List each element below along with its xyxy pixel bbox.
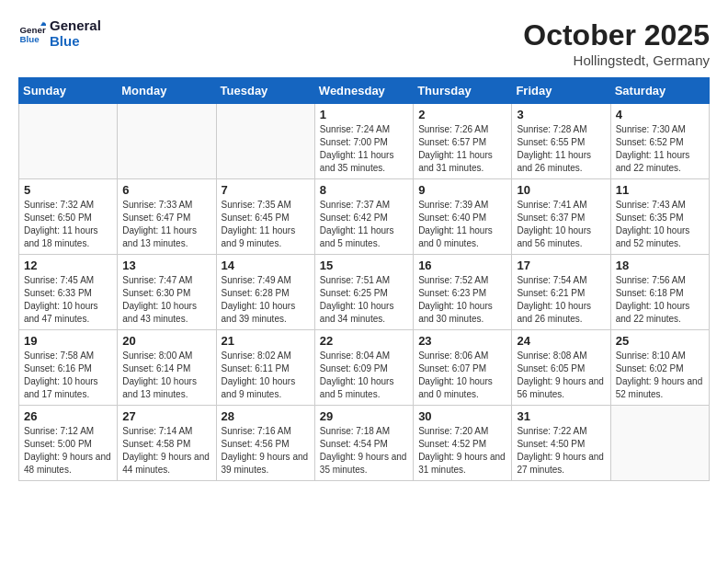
- day-info-line: Daylight: 9 hours and 39 minutes.: [222, 451, 310, 477]
- day-info-line: Sunset: 6:47 PM: [122, 212, 210, 224]
- day-number: 1: [320, 108, 408, 121]
- day-info-line: Sunset: 6:35 PM: [616, 212, 704, 224]
- weekday-header-tuesday: Tuesday: [216, 78, 314, 104]
- day-number: 11: [616, 183, 704, 197]
- day-info: Sunrise: 7:12 AMSunset: 5:00 PMDaylight:…: [24, 425, 112, 477]
- day-info-line: Sunrise: 7:20 AM: [418, 425, 506, 438]
- day-info-line: Daylight: 10 hours and 52 minutes.: [616, 224, 704, 250]
- day-info-line: Sunset: 6:23 PM: [418, 287, 506, 300]
- day-info-line: Sunset: 6:21 PM: [517, 287, 605, 300]
- day-info-line: Sunrise: 7:24 AM: [320, 123, 408, 136]
- day-info-line: Sunrise: 8:04 AM: [320, 350, 408, 362]
- day-info-line: Sunset: 6:55 PM: [517, 136, 605, 149]
- day-info-line: Sunrise: 8:02 AM: [222, 350, 310, 362]
- day-info-line: Daylight: 10 hours and 22 minutes.: [616, 300, 704, 326]
- day-info-line: Sunrise: 7:16 AM: [222, 425, 310, 438]
- day-info-line: Sunrise: 7:14 AM: [122, 425, 210, 438]
- calendar-cell: 16Sunrise: 7:52 AMSunset: 6:23 PMDayligh…: [414, 255, 512, 330]
- calendar-cell: [216, 104, 314, 179]
- day-info: Sunrise: 7:56 AMSunset: 6:18 PMDaylight:…: [616, 274, 704, 326]
- day-info-line: Daylight: 10 hours and 5 minutes.: [320, 375, 408, 401]
- day-info-line: Daylight: 10 hours and 26 minutes.: [517, 300, 605, 326]
- day-number: 22: [320, 334, 408, 348]
- weekday-header-sunday: Sunday: [19, 78, 118, 104]
- calendar-cell: [118, 104, 216, 179]
- day-info: Sunrise: 7:43 AMSunset: 6:35 PMDaylight:…: [616, 199, 704, 250]
- day-number: 8: [320, 183, 408, 197]
- location: Hollingstedt, Germany: [523, 52, 710, 68]
- calendar-week-1: 1Sunrise: 7:24 AMSunset: 7:00 PMDaylight…: [19, 104, 710, 179]
- calendar-cell: 12Sunrise: 7:45 AMSunset: 6:33 PMDayligh…: [19, 255, 118, 330]
- calendar-cell: 8Sunrise: 7:37 AMSunset: 6:42 PMDaylight…: [314, 179, 413, 255]
- day-number: 20: [122, 334, 210, 348]
- day-info-line: Sunrise: 7:58 AM: [24, 350, 112, 362]
- day-info-line: Daylight: 9 hours and 44 minutes.: [122, 451, 210, 477]
- day-info-line: Sunset: 6:18 PM: [616, 287, 704, 300]
- weekday-header-wednesday: Wednesday: [314, 78, 413, 104]
- day-info-line: Sunrise: 8:00 AM: [122, 350, 210, 362]
- day-info-line: Sunrise: 7:43 AM: [616, 199, 704, 212]
- day-info-line: Sunrise: 7:32 AM: [24, 199, 112, 212]
- svg-text:General: General: [20, 24, 47, 34]
- day-info-line: Sunset: 6:16 PM: [24, 362, 112, 375]
- calendar-cell: 31Sunrise: 7:22 AMSunset: 4:50 PMDayligh…: [512, 406, 610, 481]
- day-info: Sunrise: 8:04 AMSunset: 6:09 PMDaylight:…: [320, 350, 408, 401]
- day-info-line: Sunrise: 7:52 AM: [418, 274, 506, 287]
- day-info-line: Sunrise: 8:08 AM: [517, 350, 605, 362]
- day-info: Sunrise: 7:33 AMSunset: 6:47 PMDaylight:…: [122, 199, 210, 250]
- day-info-line: Daylight: 11 hours and 13 minutes.: [122, 224, 210, 250]
- calendar-cell: 1Sunrise: 7:24 AMSunset: 7:00 PMDaylight…: [314, 104, 413, 179]
- calendar-cell: 4Sunrise: 7:30 AMSunset: 6:52 PMDaylight…: [610, 104, 709, 179]
- day-info-line: Daylight: 9 hours and 52 minutes.: [616, 375, 704, 401]
- day-number: 12: [24, 259, 112, 272]
- day-info-line: Daylight: 11 hours and 18 minutes.: [24, 224, 112, 250]
- calendar-cell: 28Sunrise: 7:16 AMSunset: 4:56 PMDayligh…: [216, 406, 314, 481]
- day-info-line: Sunset: 6:09 PM: [320, 362, 408, 375]
- day-info: Sunrise: 7:41 AMSunset: 6:37 PMDaylight:…: [517, 199, 605, 250]
- day-info: Sunrise: 7:30 AMSunset: 6:52 PMDaylight:…: [616, 123, 704, 175]
- day-info: Sunrise: 7:26 AMSunset: 6:57 PMDaylight:…: [418, 123, 506, 175]
- day-info-line: Daylight: 9 hours and 48 minutes.: [24, 451, 112, 477]
- day-info-line: Sunset: 4:54 PM: [320, 438, 408, 451]
- day-info-line: Sunrise: 7:41 AM: [517, 199, 605, 212]
- day-info-line: Sunset: 5:00 PM: [24, 438, 112, 451]
- day-info: Sunrise: 7:18 AMSunset: 4:54 PMDaylight:…: [320, 425, 408, 477]
- logo: General Blue General Blue: [18, 18, 101, 49]
- day-info-line: Sunset: 4:52 PM: [418, 438, 506, 451]
- day-info-line: Daylight: 11 hours and 35 minutes.: [320, 149, 408, 175]
- weekday-header-row: SundayMondayTuesdayWednesdayThursdayFrid…: [19, 78, 710, 104]
- day-info-line: Sunrise: 7:30 AM: [616, 123, 704, 136]
- day-info-line: Daylight: 10 hours and 47 minutes.: [24, 300, 112, 326]
- day-info: Sunrise: 7:24 AMSunset: 7:00 PMDaylight:…: [320, 123, 408, 175]
- day-info-line: Daylight: 10 hours and 56 minutes.: [517, 224, 605, 250]
- calendar-cell: 9Sunrise: 7:39 AMSunset: 6:40 PMDaylight…: [414, 179, 512, 255]
- day-info-line: Sunrise: 7:49 AM: [222, 274, 310, 287]
- calendar-cell: 3Sunrise: 7:28 AMSunset: 6:55 PMDaylight…: [512, 104, 610, 179]
- day-info-line: Sunrise: 7:26 AM: [418, 123, 506, 136]
- day-info-line: Daylight: 9 hours and 35 minutes.: [320, 451, 408, 477]
- day-info-line: Sunrise: 8:06 AM: [418, 350, 506, 362]
- day-number: 4: [616, 108, 704, 121]
- day-info: Sunrise: 8:00 AMSunset: 6:14 PMDaylight:…: [122, 350, 210, 401]
- day-number: 6: [122, 183, 210, 197]
- day-info-line: Sunset: 4:50 PM: [517, 438, 605, 451]
- day-number: 17: [517, 259, 605, 272]
- day-info: Sunrise: 7:22 AMSunset: 4:50 PMDaylight:…: [517, 425, 605, 477]
- day-info-line: Daylight: 11 hours and 9 minutes.: [222, 224, 310, 250]
- day-info-line: Sunset: 6:52 PM: [616, 136, 704, 149]
- calendar-cell: 19Sunrise: 7:58 AMSunset: 6:16 PMDayligh…: [19, 330, 118, 406]
- day-info-line: Sunset: 6:28 PM: [222, 287, 310, 300]
- day-info: Sunrise: 8:10 AMSunset: 6:02 PMDaylight:…: [616, 350, 704, 401]
- day-info-line: Sunset: 7:00 PM: [320, 136, 408, 149]
- day-info-line: Sunrise: 7:39 AM: [418, 199, 506, 212]
- calendar-cell: 29Sunrise: 7:18 AMSunset: 4:54 PMDayligh…: [314, 406, 413, 481]
- day-info-line: Sunset: 6:07 PM: [418, 362, 506, 375]
- day-info-line: Sunset: 6:45 PM: [222, 212, 310, 224]
- calendar-cell: 18Sunrise: 7:56 AMSunset: 6:18 PMDayligh…: [610, 255, 709, 330]
- month-title: October 2025: [523, 18, 710, 52]
- day-info: Sunrise: 7:37 AMSunset: 6:42 PMDaylight:…: [320, 199, 408, 250]
- day-info: Sunrise: 8:08 AMSunset: 6:05 PMDaylight:…: [517, 350, 605, 401]
- day-info-line: Daylight: 11 hours and 0 minutes.: [418, 224, 506, 250]
- day-number: 15: [320, 259, 408, 272]
- day-info-line: Daylight: 11 hours and 26 minutes.: [517, 149, 605, 175]
